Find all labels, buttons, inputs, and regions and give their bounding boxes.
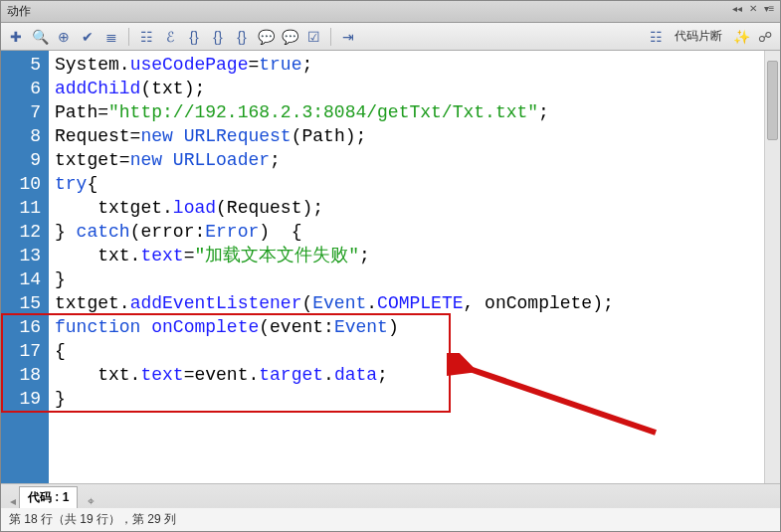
menu-icon[interactable]: ▾≡: [762, 3, 776, 15]
code-token: (Path);: [292, 126, 367, 146]
brace-open-icon[interactable]: {}: [185, 28, 203, 46]
code-token: addChild: [55, 79, 140, 98]
tab-code[interactable]: 代码 : 1: [19, 486, 78, 508]
code-line[interactable]: Path="http://192.168.2.3:8084/getTxt/Txt…: [55, 100, 758, 124]
locate-icon[interactable]: ⌖: [84, 494, 98, 508]
code-token: [173, 126, 184, 146]
code-token: COMPLETE: [377, 293, 463, 313]
code-token: text: [140, 246, 183, 266]
status-bar: 第 18 行（共 19 行），第 29 列: [1, 508, 780, 531]
code-token: try: [55, 174, 87, 194]
comment2-icon[interactable]: 💬: [281, 28, 298, 46]
code-token: txtget.: [55, 198, 173, 218]
panel-titlebar: 动作 ◂◂ ✕ ▾≡: [1, 1, 780, 23]
code-line[interactable]: txt.text=event.target.data;: [55, 363, 758, 387]
close-icon[interactable]: ✕: [746, 3, 760, 15]
chevron-left-icon[interactable]: ◂: [7, 494, 19, 508]
code-token: (txt);: [140, 79, 205, 98]
code-token: Path=: [55, 102, 108, 122]
code-token: data: [334, 365, 377, 385]
debug-icon[interactable]: ℰ: [161, 28, 179, 46]
line-number: 7: [1, 100, 49, 124]
snippet-panel-icon[interactable]: ☷: [647, 28, 665, 46]
code-line[interactable]: {: [55, 339, 758, 363]
code-token: Error: [205, 222, 259, 242]
line-number: 10: [1, 172, 49, 196]
code-token: useCodePage: [130, 55, 249, 75]
code-line[interactable]: function onComplete(event:Event): [55, 315, 758, 339]
code-token: "http://192.168.2.3:8084/getTxt/Txt.txt": [108, 102, 538, 122]
code-line[interactable]: txt.text="加载文本文件失败";: [55, 244, 758, 267]
code-token: }: [55, 269, 66, 289]
line-number: 8: [1, 124, 49, 148]
code-line[interactable]: } catch(error:Error) {: [55, 220, 758, 244]
code-line[interactable]: txtget.addEventListener(Event.COMPLETE, …: [55, 291, 758, 315]
help-icon[interactable]: ☍: [756, 28, 774, 46]
code-token: URLRequest: [184, 126, 292, 146]
code-token: target: [259, 365, 323, 385]
code-token: Event: [334, 317, 388, 337]
code-token: ;: [270, 150, 281, 170]
actions-panel: 动作 ◂◂ ✕ ▾≡ ✚ 🔍 ⊕ ✔ ≣ ☷ ℰ {} {} {} 💬 💬 ☑ …: [0, 0, 781, 532]
line-number: 11: [1, 196, 49, 220]
editor-area: 5678910111213141516171819 System.useCode…: [1, 51, 780, 483]
snippet-label[interactable]: 代码片断: [675, 28, 722, 45]
code-line[interactable]: txtget.load(Request);: [55, 196, 758, 220]
line-number: 13: [1, 244, 49, 267]
line-number: 17: [1, 339, 49, 363]
code-token: (Request);: [216, 198, 323, 218]
code-line[interactable]: System.useCodePage=true;: [55, 53, 758, 77]
line-number: 15: [1, 291, 49, 315]
code-token: }: [55, 222, 77, 242]
separator: [330, 28, 331, 46]
code-token: load: [173, 198, 216, 218]
snippet-icon[interactable]: ☷: [137, 28, 155, 46]
code-line[interactable]: Request=new URLRequest(Path);: [55, 124, 758, 148]
code-token: =event.: [184, 365, 260, 385]
brace-close-icon[interactable]: {}: [233, 28, 251, 46]
line-number: 9: [1, 148, 49, 172]
code-token: new: [140, 126, 172, 146]
code-line[interactable]: }: [55, 267, 758, 291]
code-line[interactable]: try{: [55, 172, 758, 196]
toolbar: ✚ 🔍 ⊕ ✔ ≣ ☷ ℰ {} {} {} 💬 💬 ☑ ⇥ ☷ 代码片断 ✨ …: [1, 23, 780, 51]
target-icon[interactable]: ⊕: [55, 28, 73, 46]
code-line[interactable]: txtget=new URLLoader;: [55, 148, 758, 172]
bottom-bar: ◂ 代码 : 1 ⌖ 第 18 行（共 19 行），第 29 列: [1, 483, 780, 531]
code-token: catch: [77, 222, 130, 242]
titlebar-controls: ◂◂ ✕ ▾≡: [730, 3, 776, 15]
format-icon[interactable]: ≣: [102, 28, 120, 46]
tab-bar: ◂ 代码 : 1 ⌖: [1, 484, 780, 508]
code-token: =: [184, 246, 195, 266]
code-token: function: [55, 317, 140, 337]
line-number: 5: [1, 53, 49, 77]
code-token: txtget.: [55, 293, 130, 313]
check-syntax-icon[interactable]: ✔: [79, 28, 97, 46]
brace-match-icon[interactable]: {}: [209, 28, 227, 46]
editor-scrollbar[interactable]: [764, 51, 780, 483]
code-token: Event: [312, 293, 366, 313]
collapse-icon[interactable]: ⇥: [339, 28, 357, 46]
code-token: URLLoader: [173, 150, 270, 170]
code-line[interactable]: }: [55, 387, 758, 411]
code-line[interactable]: addChild(txt);: [55, 77, 758, 100]
find-icon[interactable]: 🔍: [31, 28, 49, 46]
code-token: ;: [538, 102, 549, 122]
options-icon[interactable]: ☑: [304, 28, 322, 46]
code-token: ): [388, 317, 399, 337]
code-editor[interactable]: System.useCodePage=true;addChild(txt);Pa…: [49, 51, 764, 483]
code-token: txt.: [55, 365, 140, 385]
comment-icon[interactable]: 💬: [257, 28, 275, 46]
collapse-left-icon[interactable]: ◂◂: [730, 3, 744, 15]
line-number-gutter: 5678910111213141516171819: [1, 51, 49, 483]
code-token: ;: [377, 365, 388, 385]
line-number: 14: [1, 267, 49, 291]
code-token: (error:: [130, 222, 206, 242]
code-token: (event:: [259, 317, 334, 337]
scrollbar-thumb[interactable]: [767, 61, 778, 140]
add-icon[interactable]: ✚: [7, 28, 25, 46]
separator: [128, 28, 129, 46]
code-token: new: [130, 150, 162, 170]
line-number: 19: [1, 387, 49, 411]
wand-icon[interactable]: ✨: [732, 28, 750, 46]
